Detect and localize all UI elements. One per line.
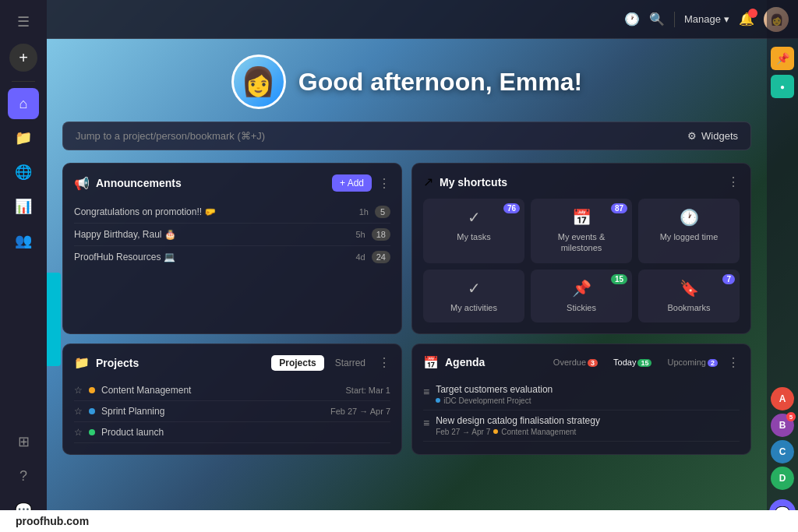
ann-time-1: 1h — [359, 207, 369, 217]
online-avatar-4[interactable]: D — [771, 467, 794, 490]
greeting-section: 👩 Good afternoon, Emma! — [47, 39, 767, 122]
main-content: 👩 Good afternoon, Emma! Jump to a projec… — [47, 39, 767, 532]
shortcut-my-tasks[interactable]: 76 ✓ My tasks — [423, 199, 524, 263]
tab-today[interactable]: Today15 — [607, 356, 658, 368]
announcement-item-2[interactable]: Happy Birthday, Raul 🎂 5h 18 — [74, 224, 390, 246]
agenda-content-2: New design catalog finalisation strategy… — [436, 415, 740, 436]
avatar-2-badge: 5 — [786, 412, 796, 421]
activities-check-icon: ✓ — [468, 279, 481, 298]
agenda-item-1[interactable]: ≡ Target customers evaluation iDC Develo… — [423, 379, 740, 410]
shortcut-my-activities[interactable]: ✓ My activities — [423, 270, 524, 322]
agenda-menu-icon[interactable]: ⋮ — [727, 355, 740, 370]
project-item-1[interactable]: ☆ Content Management Start: Mar 1 — [74, 380, 390, 401]
tab-starred[interactable]: Starred — [327, 355, 373, 371]
task-list-icon-1: ≡ — [423, 386, 429, 398]
shortcut-bookmarks[interactable]: 7 🔖 Bookmarks — [638, 270, 740, 322]
agenda-dot-1 — [436, 398, 440, 403]
manage-chevron: ▾ — [724, 13, 729, 25]
my-tasks-badge: 76 — [503, 203, 520, 213]
agenda-card: 📅 Agenda Overdue3 Today15 Upcoming2 — [411, 344, 751, 455]
star-icon-3: ☆ — [74, 427, 83, 438]
project-dot-3 — [89, 429, 95, 435]
ann-text-3: ProofHub Resources 💻 — [74, 252, 350, 262]
ann-count-1: 5 — [375, 206, 390, 218]
gear-icon: ⚙ — [687, 130, 697, 142]
clock-icon[interactable]: 🕐 — [624, 12, 640, 26]
footer-url: proofhub.com — [16, 515, 89, 527]
agenda-item-2[interactable]: ≡ New design catalog finalisation strate… — [423, 410, 740, 442]
agenda-title-row: 📅 Agenda — [423, 355, 485, 370]
manage-label: Manage — [684, 13, 721, 25]
ann-count-3: 24 — [372, 251, 390, 263]
tab-projects[interactable]: Projects — [271, 355, 323, 371]
teal-dot-icon[interactable]: ● — [771, 75, 794, 98]
ann-time-2: 5h — [356, 230, 365, 239]
sidebar-folder-icon[interactable]: 📁 — [8, 122, 39, 153]
project-left-2: ☆ Sprint Planning — [74, 406, 164, 417]
announcements-list: Congratulations on promotion!! 🤛 1h 5 Ha… — [74, 201, 390, 268]
announcement-item-3[interactable]: ProofHub Resources 💻 4d 24 — [74, 246, 390, 268]
shortcut-bookmarks-label: Bookmarks — [667, 302, 710, 313]
announcements-menu-icon[interactable]: ⋮ — [378, 176, 390, 191]
shortcuts-card: ↗ My shortcuts ⋮ 76 ✓ My tasks 87 📅 My e… — [411, 163, 751, 334]
search-bar[interactable]: Jump to a project/person/bookmark (⌘+J) … — [62, 122, 751, 150]
widgets-button[interactable]: ⚙ Widgets — [687, 130, 738, 142]
projects-card: 📁 Projects Projects Starred ⋮ ☆ Con — [62, 344, 402, 455]
agenda-list: ≡ Target customers evaluation iDC Develo… — [423, 379, 740, 442]
projects-title: Projects — [96, 357, 139, 369]
project-dot-1 — [89, 387, 95, 393]
sidebar-chart-icon[interactable]: 📊 — [8, 191, 39, 222]
bell-badge — [748, 9, 757, 18]
sidebar-add-button[interactable]: + — [9, 44, 37, 72]
greeting-text: Good afternoon, Emma! — [298, 68, 582, 97]
tab-overdue[interactable]: Overdue3 — [547, 356, 604, 368]
online-avatar-3[interactable]: C — [771, 440, 794, 463]
projects-title-row: 📁 Projects — [74, 355, 139, 370]
sidebar-home-icon[interactable]: ⌂ — [8, 88, 39, 119]
star-icon-1: ☆ — [74, 385, 83, 396]
sidebar-menu-icon[interactable]: ☰ — [8, 6, 39, 37]
shortcut-logged-time[interactable]: 🕐 My logged time — [638, 199, 740, 263]
sidebar-globe-icon[interactable]: 🌐 — [8, 157, 39, 188]
agenda-content-1: Target customers evaluation iDC Developm… — [436, 384, 740, 405]
project-date-2: Feb 27 → Apr 7 — [330, 407, 390, 416]
stickies-badge: 15 — [611, 274, 627, 284]
clock-circle-icon: 🕐 — [680, 208, 699, 227]
notifications-bell[interactable]: 🔔 — [739, 12, 754, 26]
project-date-1: Start: Mar 1 — [346, 386, 390, 395]
agenda-title-1: Target customers evaluation — [436, 384, 740, 395]
manage-menu[interactable]: Manage ▾ — [684, 13, 729, 25]
sidebar-grid-icon[interactable]: ⊞ — [8, 426, 39, 457]
shortcuts-menu-icon[interactable]: ⋮ — [727, 174, 740, 189]
projects-menu-icon[interactable]: ⋮ — [378, 355, 390, 370]
online-avatars: A B 5 C D 💬 — [769, 387, 796, 526]
shortcut-stickies[interactable]: 15 📌 Stickies — [531, 270, 632, 322]
project-name-3: Product launch — [101, 427, 164, 438]
shortcut-stickies-label: Stickies — [567, 302, 596, 313]
upcoming-badge: 2 — [708, 359, 718, 367]
folder-icon: 📁 — [74, 355, 90, 370]
shortcut-my-events[interactable]: 87 📅 My events & milestones — [531, 199, 632, 263]
add-announcement-button[interactable]: + Add — [332, 174, 372, 192]
search-icon[interactable]: 🔍 — [649, 12, 665, 26]
shortcuts-grid: 76 ✓ My tasks 87 📅 My events & milestone… — [423, 199, 740, 322]
widgets-label: Widgets — [701, 130, 738, 142]
share-icon: ↗ — [423, 174, 433, 189]
project-left-1: ☆ Content Management — [74, 385, 191, 396]
project-name-2: Sprint Planning — [101, 406, 164, 417]
online-avatar-1[interactable]: A — [771, 387, 794, 410]
star-icon-2: ☆ — [74, 406, 83, 417]
announcement-item-1[interactable]: Congratulations on promotion!! 🤛 1h 5 — [74, 201, 390, 224]
sticky-note-icon[interactable]: 📌 — [771, 47, 794, 70]
right-sidebar: 📌 ● A B 5 C D 💬 — [767, 0, 798, 532]
task-list-icon-2: ≡ — [423, 417, 429, 429]
agenda-title: Agenda — [445, 356, 485, 368]
calendar-icon: 📅 — [572, 208, 591, 227]
online-avatar-2[interactable]: B 5 — [771, 414, 794, 437]
project-item-2[interactable]: ☆ Sprint Planning Feb 27 → Apr 7 — [74, 401, 390, 422]
sidebar-people-icon[interactable]: 👥 — [8, 225, 39, 256]
tab-upcoming[interactable]: Upcoming2 — [661, 356, 724, 368]
sidebar-help-icon[interactable]: ? — [8, 460, 39, 491]
project-item-3[interactable]: ☆ Product launch — [74, 422, 390, 443]
megaphone-icon: 📢 — [74, 176, 90, 191]
